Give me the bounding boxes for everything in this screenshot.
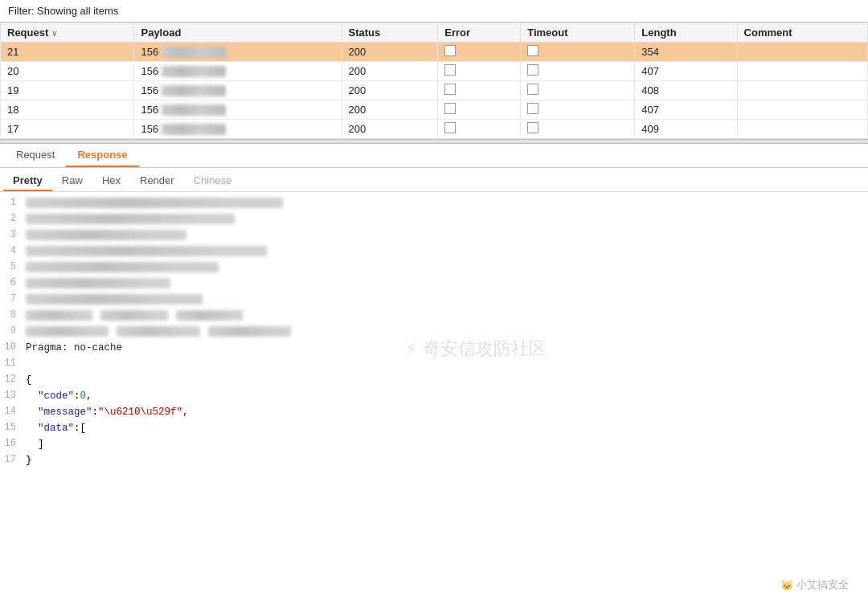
json-bracket-close: ] (38, 439, 44, 450)
cell-length: 407 (635, 62, 737, 81)
cell-payload: 156 (134, 100, 342, 120)
json-key-data: "data" (38, 423, 74, 434)
json-key-message: "message" (38, 407, 92, 418)
cell-length: 409 (635, 120, 737, 139)
json-line-12: 12 { (0, 372, 868, 388)
cell-status: 200 (342, 120, 438, 139)
cell-request-id: 20 (1, 62, 134, 81)
blurred-content (26, 262, 219, 272)
sort-icon: ∨ (51, 29, 57, 38)
cell-error (438, 81, 521, 100)
line-num-6: 6 (0, 276, 23, 291)
table-row[interactable]: 21156 200354 (1, 43, 868, 62)
col-payload[interactable]: Payload (134, 23, 342, 43)
top-table-container: Request ∨ Payload Status Error Timeout L… (0, 22, 868, 139)
line-num-10: 10 (0, 340, 23, 355)
blurred-segment (100, 310, 167, 321)
blurred-line-8: 8 (0, 308, 868, 324)
table-header-row: Request ∨ Payload Status Error Timeout L… (1, 23, 868, 43)
blurred-segment (176, 310, 243, 321)
json-bracket-open: [ (80, 423, 87, 434)
sub-tabs: Pretty Raw Hex Render Chinese (0, 168, 868, 192)
sub-tab-hex[interactable]: Hex (92, 171, 130, 191)
json-key-code: "code" (38, 390, 74, 402)
line-num-3: 3 (0, 227, 23, 243)
cell-status: 200 (342, 100, 438, 120)
sub-tab-chinese[interactable]: Chinese (184, 171, 242, 191)
blurred-line-6: 6 (0, 276, 868, 292)
line-num-9: 9 (0, 324, 23, 339)
blurred-payload (162, 66, 226, 77)
blurred-payload (162, 124, 226, 135)
blurred-segment (26, 326, 108, 337)
sub-tab-render[interactable]: Render (130, 171, 184, 191)
blurred-content (26, 214, 235, 224)
blurred-line-2: 2 (0, 211, 868, 227)
cell-error (438, 43, 521, 62)
blurred-content (26, 294, 203, 305)
timeout-checkbox (527, 84, 538, 95)
cell-timeout (521, 43, 635, 62)
tab-response[interactable]: Response (66, 144, 138, 167)
json-line-14: 14 "message":"\u6210\u529f", (0, 404, 868, 420)
blurred-segment (117, 326, 199, 337)
line-num-11: 11 (0, 356, 23, 371)
json-line-17: 17 } (0, 452, 868, 468)
line-num-1: 1 (0, 195, 23, 211)
cell-comment (737, 43, 867, 62)
cell-status: 200 (342, 81, 438, 100)
cell-error (438, 100, 521, 120)
cell-error (438, 62, 521, 81)
blurred-line-5: 5 (0, 260, 868, 276)
blurred-line-3: 3 (0, 227, 868, 243)
sub-tab-pretty[interactable]: Pretty (3, 171, 52, 191)
line-num-2: 2 (0, 211, 23, 227)
col-length[interactable]: Length (635, 23, 737, 43)
cell-timeout (521, 62, 635, 81)
table-row[interactable]: 18156 200407 (1, 100, 868, 120)
error-checkbox (444, 103, 456, 114)
error-checkbox (444, 45, 456, 56)
blurred-segment (208, 326, 291, 337)
line-num-4: 4 (0, 243, 23, 259)
cell-comment (737, 81, 867, 100)
error-checkbox (444, 122, 456, 133)
tab-request[interactable]: Request (5, 144, 66, 167)
cell-status: 200 (342, 43, 438, 62)
cell-length: 407 (635, 100, 737, 120)
timeout-checkbox (527, 64, 538, 76)
table-row[interactable]: 19156 200408 (1, 81, 868, 100)
cell-timeout (521, 120, 635, 139)
line-num-5: 5 (0, 260, 23, 275)
json-brace-close: } (26, 455, 32, 466)
blurred-content (26, 198, 283, 208)
col-request[interactable]: Request ∨ (1, 23, 134, 43)
blurred-content (26, 278, 170, 288)
blurred-line-1: 1 (0, 195, 868, 211)
col-timeout[interactable]: Timeout (521, 23, 635, 43)
json-line-16: 16 ] (0, 436, 868, 452)
timeout-checkbox (527, 103, 538, 114)
pragma-text: Pragma: no-cache (23, 340, 868, 356)
col-status[interactable]: Status (342, 23, 438, 43)
filter-label: Filter: Showing all items (8, 5, 118, 17)
blurred-payload (162, 104, 226, 116)
blurred-line-9: 9 (0, 324, 868, 340)
line-11: 11 (0, 356, 868, 372)
blurred-content (26, 230, 186, 240)
cell-error (438, 120, 521, 139)
json-brace-open: { (26, 374, 32, 386)
cell-timeout (521, 100, 635, 120)
blurred-content (26, 246, 267, 256)
col-error[interactable]: Error (438, 23, 521, 43)
table-row[interactable]: 20156 200407 (1, 62, 868, 81)
line-num-7: 7 (0, 292, 23, 307)
blurred-segment (26, 310, 92, 321)
table-row[interactable]: 17156 200409 (1, 120, 868, 139)
cell-payload: 156 (134, 120, 342, 139)
json-line-15: 15 "data":[ (0, 420, 868, 436)
sub-tab-raw[interactable]: Raw (52, 171, 92, 191)
col-comment[interactable]: Comment (737, 23, 867, 43)
cell-comment (737, 62, 867, 81)
cell-payload: 156 (134, 81, 342, 100)
